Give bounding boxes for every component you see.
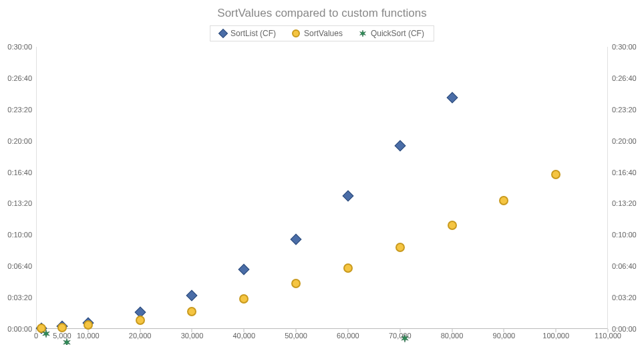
data-point (395, 243, 405, 252)
data-point (342, 190, 353, 201)
data-point (551, 170, 560, 179)
y-axis-tick-label-right: 0:16:40 (608, 168, 637, 177)
legend-label: SortValues (304, 29, 343, 38)
y-axis-tick-label-left: 0:30:00 (7, 43, 36, 51)
y-axis-tick-label-left: 0:23:20 (7, 106, 36, 114)
data-point (400, 334, 644, 343)
legend-label: SortList (CF) (230, 29, 276, 38)
star-icon (359, 29, 367, 37)
data-point (187, 307, 196, 316)
y-axis-tick-label-left: 0:10:00 (7, 231, 36, 239)
diamond-icon (218, 29, 228, 38)
legend-item-sortvalues: SortValues (292, 29, 343, 38)
data-point (239, 294, 249, 304)
data-point (186, 290, 198, 301)
y-axis-tick-label-right: 0:23:20 (608, 106, 637, 114)
data-point (291, 234, 302, 245)
y-axis-tick-label-right: 0:20:00 (608, 137, 637, 145)
legend-item-quicksort: QuickSort (CF) (359, 29, 424, 38)
y-axis-tick-label-right: 0:26:40 (608, 74, 637, 82)
data-point (499, 196, 508, 205)
y-axis-tick-label-right: 0:10:00 (608, 231, 637, 239)
legend-label: QuickSort (CF) (371, 29, 424, 38)
data-point (238, 263, 250, 275)
data-point (136, 316, 145, 325)
data-point (291, 279, 301, 288)
y-axis-tick-label-left: 0:20:00 (7, 137, 36, 145)
y-axis-tick-label-left: 0:13:20 (7, 199, 36, 207)
plot-area: 0:00:000:00:000:03:200:03:200:06:400:06:… (36, 47, 608, 329)
y-axis-tick-label-right: 0:06:40 (608, 262, 637, 270)
data-point (394, 140, 406, 151)
legend: SortList (CF) SortValues QuickSort (CF) (210, 25, 434, 41)
data-point (446, 92, 458, 104)
y-axis-tick-label-right: 0:13:20 (608, 199, 637, 207)
legend-item-sortlist: SortList (CF) (220, 29, 276, 38)
y-axis-tick-label-left: 0:16:40 (7, 168, 36, 177)
y-axis-tick-label-right: 0:30:00 (608, 43, 637, 51)
chart-title: SortValues compared to custom functions (0, 0, 644, 20)
circle-icon (292, 29, 300, 37)
y-axis-tick-label-left: 0:26:40 (7, 74, 36, 82)
data-point (448, 221, 457, 230)
y-axis-tick-label-right: 0:03:20 (608, 294, 637, 302)
data-point (343, 263, 353, 273)
y-axis-tick-label-left: 0:00:00 (7, 325, 36, 333)
y-axis-tick-label-left: 0:03:20 (7, 294, 36, 302)
y-axis-tick-label-left: 0:06:40 (7, 262, 36, 270)
